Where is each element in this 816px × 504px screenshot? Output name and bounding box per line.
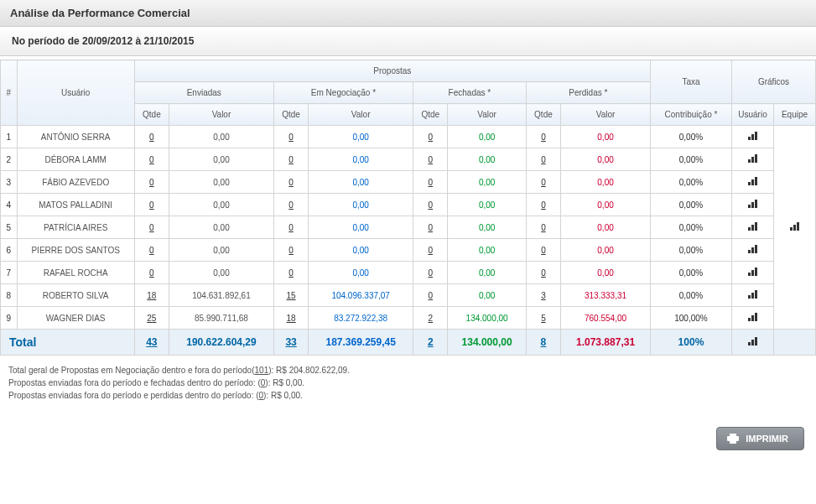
row-neg-v: 0,00: [309, 171, 413, 194]
row-chart-user[interactable]: [732, 171, 774, 194]
footer-notes: Total geral de Propostas em Negociação d…: [0, 356, 816, 410]
row-fec-q[interactable]: 0: [413, 239, 448, 262]
row-fec-v: 0,00: [448, 126, 526, 148]
row-per-q[interactable]: 5: [526, 307, 560, 330]
table-row: 1ANTÔNIO SERRA00,0000,0000,0000,000,00%: [1, 126, 816, 148]
col-usuario: Usuário: [17, 60, 134, 126]
row-env-v: 0,00: [169, 216, 274, 239]
row-per-q[interactable]: 3: [526, 284, 560, 307]
row-neg-q[interactable]: 0: [273, 262, 308, 284]
total-neg-q[interactable]: 33: [273, 330, 308, 356]
table-row: 7RAFAEL ROCHA00,0000,0000,0000,000,00%: [1, 262, 816, 284]
row-env-v: 85.990.711,68: [169, 307, 274, 330]
row-chart-equipe[interactable]: [774, 126, 816, 330]
page-title: Análise da Performance Comercial: [0, 0, 816, 27]
row-fec-q[interactable]: 0: [413, 126, 448, 148]
row-taxa: 0,00%: [650, 126, 731, 148]
col-per-valor: Valor: [561, 104, 651, 126]
row-idx: 6: [1, 239, 18, 262]
row-chart-user[interactable]: [732, 239, 774, 262]
row-taxa: 0,00%: [650, 262, 731, 284]
row-user: PIERRE DOS SANTOS: [17, 239, 134, 262]
row-neg-v: 0,00: [309, 216, 413, 239]
row-fec-q[interactable]: 0: [413, 171, 448, 194]
row-taxa: 0,00%: [650, 284, 731, 307]
row-neg-v: 0,00: [309, 262, 413, 284]
col-fechadas: Fechadas *: [413, 82, 527, 104]
row-neg-q[interactable]: 0: [273, 126, 308, 148]
col-enviadas: Enviadas: [134, 82, 273, 104]
row-per-q[interactable]: 0: [526, 239, 560, 262]
total-env-q[interactable]: 43: [134, 330, 169, 356]
row-env-q[interactable]: 0: [134, 262, 169, 284]
row-env-q[interactable]: 0: [134, 126, 169, 148]
row-neg-v: 83.272.922,38: [309, 307, 413, 330]
row-fec-q[interactable]: 2: [413, 307, 448, 330]
row-fec-q[interactable]: 0: [413, 262, 448, 284]
row-per-q[interactable]: 0: [526, 171, 560, 194]
row-chart-user[interactable]: [732, 216, 774, 239]
total-taxa: 100%: [650, 330, 731, 356]
bar-chart-icon: [748, 313, 757, 321]
row-neg-q[interactable]: 0: [273, 148, 308, 171]
row-env-q[interactable]: 18: [134, 284, 169, 307]
col-neg-qtde: Qtde: [273, 104, 308, 126]
row-idx: 7: [1, 262, 18, 284]
row-per-v: 0,00: [561, 216, 651, 239]
row-fec-v: 0,00: [448, 239, 526, 262]
row-neg-q[interactable]: 0: [273, 194, 308, 216]
row-env-q[interactable]: 25: [134, 307, 169, 330]
row-env-q[interactable]: 0: [134, 194, 169, 216]
total-fec-q[interactable]: 2: [413, 330, 448, 356]
row-neg-v: 104.096.337,07: [309, 284, 413, 307]
table-row: 5PATRÍCIA AIRES00,0000,0000,0000,000,00%: [1, 216, 816, 239]
row-env-q[interactable]: 0: [134, 148, 169, 171]
total-chart-user[interactable]: [732, 330, 774, 356]
row-neg-q[interactable]: 0: [273, 239, 308, 262]
bar-chart-icon: [748, 290, 757, 299]
row-neg-q[interactable]: 15: [273, 284, 308, 307]
total-per-q[interactable]: 8: [526, 330, 560, 356]
row-neg-q[interactable]: 0: [273, 171, 308, 194]
row-per-q[interactable]: 0: [526, 194, 560, 216]
row-chart-user[interactable]: [732, 126, 774, 148]
row-per-q[interactable]: 0: [526, 262, 560, 284]
row-user: DÉBORA LAMM: [17, 148, 134, 171]
row-per-q[interactable]: 0: [526, 216, 560, 239]
row-per-q[interactable]: 0: [526, 148, 560, 171]
row-chart-user[interactable]: [732, 148, 774, 171]
row-chart-user[interactable]: [732, 194, 774, 216]
imprimir-button[interactable]: IMPRIMIR: [716, 427, 804, 450]
col-graf-usuario: Usuário: [732, 104, 774, 126]
row-fec-q[interactable]: 0: [413, 148, 448, 171]
row-neg-v: 0,00: [309, 126, 413, 148]
table-row: 4MATOS PALLADINI00,0000,0000,0000,000,00…: [1, 194, 816, 216]
row-env-q[interactable]: 0: [134, 239, 169, 262]
imprimir-label: IMPRIMIR: [746, 434, 788, 444]
col-neg-valor: Valor: [309, 104, 413, 126]
row-fec-v: 0,00: [448, 284, 526, 307]
row-taxa: 100,00%: [650, 307, 731, 330]
bar-chart-icon: [748, 222, 757, 231]
col-graficos: Gráficos: [732, 60, 816, 104]
row-fec-q[interactable]: 0: [413, 284, 448, 307]
row-neg-v: 0,00: [309, 148, 413, 171]
total-fec-v: 134.000,00: [448, 330, 526, 356]
row-chart-user[interactable]: [732, 284, 774, 307]
row-idx: 4: [1, 194, 18, 216]
row-neg-q[interactable]: 0: [273, 216, 308, 239]
row-env-q[interactable]: 0: [134, 216, 169, 239]
row-fec-q[interactable]: 0: [413, 216, 448, 239]
row-env-q[interactable]: 0: [134, 171, 169, 194]
printer-icon: [727, 434, 739, 444]
row-fec-q[interactable]: 0: [413, 194, 448, 216]
row-chart-user[interactable]: [732, 262, 774, 284]
row-per-v: 313.333,31: [561, 284, 651, 307]
row-neg-q[interactable]: 18: [273, 307, 308, 330]
row-idx: 2: [1, 148, 18, 171]
row-per-q[interactable]: 0: [526, 126, 560, 148]
row-user: ANTÔNIO SERRA: [17, 126, 134, 148]
note-link-1[interactable]: 101: [255, 366, 269, 375]
row-chart-user[interactable]: [732, 307, 774, 330]
table-row: 9WAGNER DIAS2585.990.711,681883.272.922,…: [1, 307, 816, 330]
